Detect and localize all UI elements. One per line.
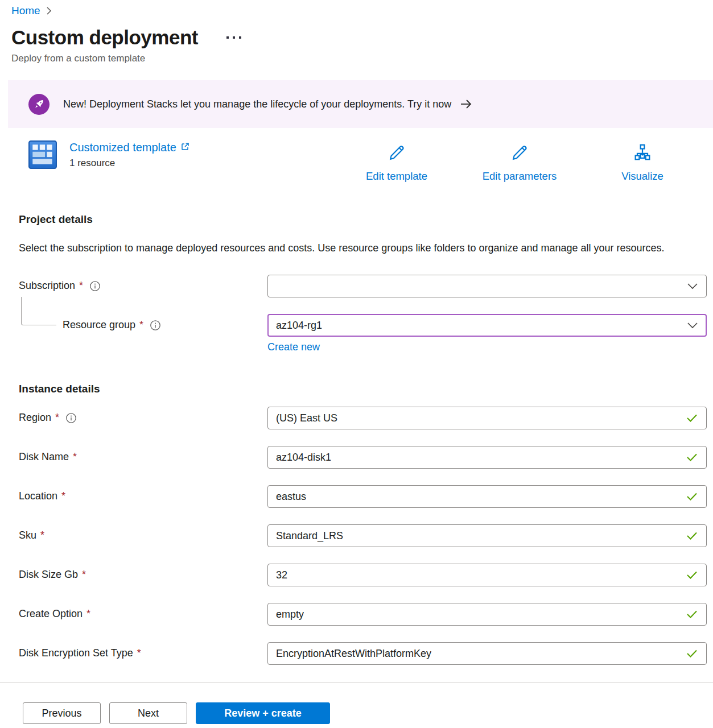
page-content: Home Custom deployment Deploy from a cus… <box>0 0 713 682</box>
disk-size-input[interactable]: 32 <box>267 564 707 586</box>
breadcrumb-home-link[interactable]: Home <box>11 5 40 17</box>
required-marker: * <box>139 319 143 331</box>
required-marker: * <box>40 530 44 541</box>
sku-label: Sku <box>19 530 36 541</box>
subscription-select[interactable] <box>267 275 707 297</box>
resource-group-value: az104-rg1 <box>276 320 322 332</box>
chevron-down-icon <box>687 282 698 290</box>
edit-parameters-button[interactable]: Edit parameters <box>458 140 581 183</box>
create-option-row: Create Option * empty <box>19 603 707 626</box>
required-marker: * <box>137 647 141 659</box>
page-title: Custom deployment <box>11 26 198 49</box>
pencil-icon <box>509 143 530 166</box>
region-input[interactable]: (US) East US <box>267 407 707 429</box>
visualize-label: Visualize <box>621 170 663 183</box>
next-button[interactable]: Next <box>109 702 187 724</box>
disk-size-value: 32 <box>276 569 287 581</box>
project-details-heading: Project details <box>19 213 713 226</box>
disk-encryption-set-type-input[interactable]: EncryptionAtRestWithPlatformKey <box>267 642 707 665</box>
required-marker: * <box>82 569 86 581</box>
project-details-description: Select the subscription to manage deploy… <box>19 239 673 257</box>
org-chart-icon <box>632 143 653 166</box>
chevron-down-icon <box>687 321 698 329</box>
page-subtitle: Deploy from a custom template <box>11 53 713 64</box>
disk-name-label: Disk Name <box>19 451 69 463</box>
sku-input[interactable]: Standard_LRS <box>267 524 707 547</box>
create-option-value: empty <box>276 609 304 621</box>
info-icon[interactable] <box>65 412 77 424</box>
banner-message: New! Deployment Stacks let you manage th… <box>63 98 451 110</box>
create-option-input[interactable]: empty <box>267 603 707 626</box>
sku-row: Sku * Standard_LRS <box>19 524 707 547</box>
valid-check-icon <box>686 570 698 580</box>
rocket-icon <box>28 94 50 115</box>
valid-check-icon <box>686 452 698 462</box>
deployment-stacks-banner[interactable]: New! Deployment Stacks let you manage th… <box>8 80 713 128</box>
disk-size-row: Disk Size Gb * 32 <box>19 564 707 586</box>
edit-parameters-label: Edit parameters <box>483 170 557 183</box>
location-value: eastus <box>276 491 306 503</box>
previous-button[interactable]: Previous <box>23 702 101 724</box>
valid-check-icon <box>686 531 698 541</box>
edit-template-label: Edit template <box>366 170 427 183</box>
resource-group-select[interactable]: az104-rg1 <box>267 314 707 337</box>
disk-encryption-set-type-label: Disk Encryption Set Type <box>19 647 133 659</box>
location-input[interactable]: eastus <box>267 485 707 508</box>
valid-check-icon <box>686 491 698 502</box>
disk-encryption-set-type-value: EncryptionAtRestWithPlatformKey <box>276 648 431 660</box>
location-label: Location <box>19 490 57 502</box>
required-marker: * <box>79 280 83 292</box>
customized-template-label: Customized template <box>69 141 176 154</box>
valid-check-icon <box>686 413 698 423</box>
sku-value: Standard_LRS <box>276 530 343 542</box>
info-icon[interactable] <box>89 280 101 292</box>
required-marker: * <box>55 412 59 424</box>
disk-encryption-set-type-row: Disk Encryption Set Type * EncryptionAtR… <box>19 642 707 665</box>
breadcrumb: Home <box>11 5 713 17</box>
info-icon[interactable] <box>150 320 161 331</box>
resource-group-row: Resource group * az104-rg1 <box>19 314 707 337</box>
region-label: Region <box>19 412 51 424</box>
region-row: Region * (US) East US <box>19 407 707 429</box>
more-icon[interactable] <box>225 33 242 42</box>
visualize-button[interactable]: Visualize <box>581 140 704 183</box>
subscription-row: Subscription * <box>19 275 707 297</box>
wizard-footer: Previous Next Review + create <box>0 682 713 728</box>
resource-count: 1 resource <box>69 158 189 169</box>
disk-name-value: az104-disk1 <box>276 452 331 464</box>
review-create-button[interactable]: Review + create <box>196 702 330 724</box>
external-link-icon <box>180 141 189 154</box>
valid-check-icon <box>686 648 698 659</box>
customized-template-link[interactable]: Customized template <box>69 141 189 154</box>
pencil-icon <box>386 143 407 166</box>
resource-group-label: Resource group <box>63 319 135 331</box>
create-new-link[interactable]: Create new <box>267 341 320 353</box>
required-marker: * <box>73 451 77 463</box>
disk-name-row: Disk Name * az104-disk1 <box>19 446 707 469</box>
required-marker: * <box>61 490 65 502</box>
create-option-label: Create Option <box>19 608 83 620</box>
arrow-right-icon[interactable] <box>459 99 473 109</box>
required-marker: * <box>86 608 90 620</box>
region-value: (US) East US <box>276 412 337 424</box>
edit-template-button[interactable]: Edit template <box>335 140 458 183</box>
valid-check-icon <box>686 609 698 619</box>
instance-details-heading: Instance details <box>19 383 707 395</box>
template-actions: Edit template Edit parameters <box>335 140 704 183</box>
location-row: Location * eastus <box>19 485 707 508</box>
chevron-right-icon <box>46 6 52 15</box>
template-icon <box>28 140 57 171</box>
disk-size-label: Disk Size Gb <box>19 569 78 581</box>
disk-name-input[interactable]: az104-disk1 <box>267 446 707 469</box>
field-connector-line <box>21 297 56 325</box>
subscription-label: Subscription <box>19 280 75 292</box>
